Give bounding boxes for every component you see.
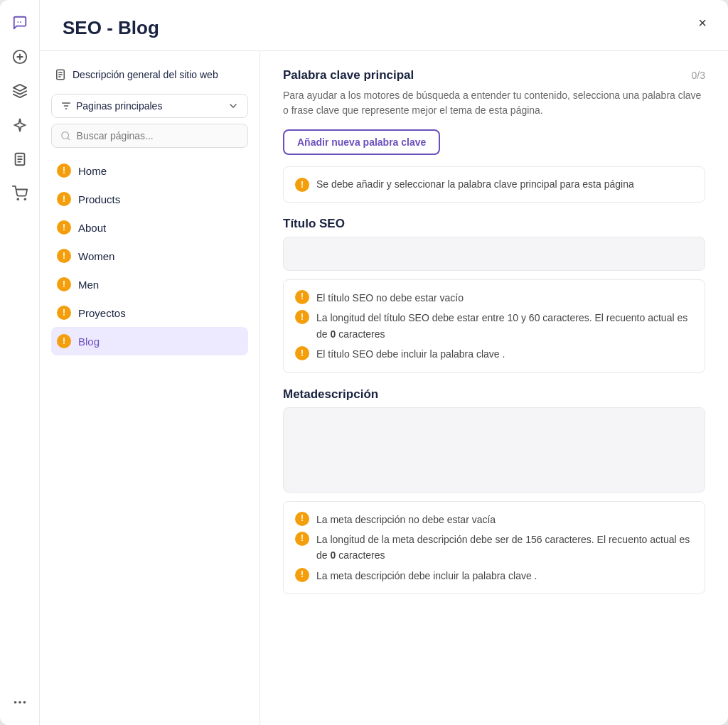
page-label-blog: Blog [78, 335, 100, 348]
seo-title-header: Título SEO [283, 217, 705, 231]
warning-dot-blog: ! [57, 334, 71, 348]
icon-bar [0, 0, 40, 725]
page-label-women: Women [78, 250, 114, 262]
keyword-description: Para ayudar a los motores de búsqueda a … [283, 88, 705, 118]
keyword-section-title: Palabra clave principal [283, 68, 414, 82]
main-area: SEO - Blog Descripción general del sitio… [40, 0, 728, 725]
app-window: × [0, 0, 728, 725]
seo-warning-row-2: ! La longitud del título SEO debe estar … [295, 310, 693, 342]
warning-dot-about: ! [57, 220, 71, 235]
page-label-men: Men [78, 279, 99, 291]
meta-warning-icon-1: ! [295, 512, 309, 526]
svg-point-14 [23, 701, 26, 704]
more-icon[interactable] [6, 688, 34, 716]
seo-warning-text-3: El título SEO debe incluir la palabra cl… [316, 346, 505, 362]
meta-desc-label: Metadescripción [283, 387, 378, 402]
page-list: ! Home ! Products ! About ! Women [51, 156, 248, 355]
svg-marker-5 [13, 85, 26, 91]
page-header: SEO - Blog [40, 0, 728, 51]
layers-icon[interactable] [6, 77, 34, 105]
add-icon[interactable] [6, 43, 34, 71]
warning-dot-women: ! [57, 249, 71, 263]
clipboard-icon[interactable] [6, 145, 34, 173]
svg-point-1 [20, 21, 21, 23]
keyword-warning-text: Se debe añadir y seleccionar la palabra … [316, 177, 634, 192]
meta-warning-text-3: La meta descripción debe incluir la pala… [316, 568, 537, 584]
svg-point-10 [17, 198, 18, 200]
svg-point-0 [17, 21, 18, 23]
seo-title-label: Título SEO [283, 217, 345, 231]
page-item-products[interactable]: ! Products [51, 185, 248, 213]
add-keyword-button[interactable]: Añadir nueva palabra clave [283, 129, 440, 155]
seo-warning-icon-1: ! [295, 290, 309, 304]
page-label-about: About [78, 222, 106, 234]
keyword-section-header: Palabra clave principal 0/3 [283, 68, 705, 82]
page-item-men[interactable]: ! Men [51, 270, 248, 299]
document-icon [54, 68, 67, 81]
close-button[interactable]: × [691, 11, 714, 34]
meta-warning-row-2: ! La longitud de la meta descripción deb… [295, 532, 693, 564]
page-title: SEO - Blog [63, 17, 705, 39]
filter-label: Paginas principales [76, 100, 162, 112]
svg-point-11 [24, 198, 26, 200]
seo-title-section: Título SEO ! El título SEO no debe estar… [283, 217, 705, 373]
sidebar-panel: Descripción general del sitio web Pagina… [40, 51, 260, 725]
seo-warning-row-3: ! El título SEO debe incluir la palabra … [295, 346, 693, 362]
chevron-down-icon [228, 100, 239, 112]
page-item-women[interactable]: ! Women [51, 242, 248, 270]
seo-title-warnings: ! El título SEO no debe estar vacío ! La… [283, 279, 705, 373]
seo-warning-text-2: La longitud del título SEO debe estar en… [316, 310, 693, 342]
svg-point-12 [14, 701, 16, 704]
meta-warning-row-1: ! La meta descripción no debe estar vací… [295, 512, 693, 527]
meta-warning-text-1: La meta descripción no debe estar vacía [316, 512, 496, 527]
meta-warning-row-3: ! La meta descripción debe incluir la pa… [295, 568, 693, 584]
warning-dot-proyectos: ! [57, 306, 71, 320]
svg-line-23 [68, 138, 70, 140]
seo-warning-icon-3: ! [295, 346, 309, 360]
meta-desc-textarea[interactable] [283, 407, 705, 493]
chat-icon[interactable] [6, 9, 34, 37]
right-panel: Palabra clave principal 0/3 Para ayudar … [260, 51, 728, 725]
page-label-products: Products [78, 193, 120, 205]
page-item-proyectos[interactable]: ! Proyectos [51, 299, 248, 327]
content-area: Descripción general del sitio web Pagina… [40, 51, 728, 725]
site-description-label: Descripción general del sitio web [73, 69, 218, 80]
search-box [51, 124, 248, 148]
pages-filter-dropdown[interactable]: Paginas principales [51, 94, 248, 118]
search-input[interactable] [77, 130, 239, 141]
page-label-home: Home [78, 165, 107, 177]
cart-icon[interactable] [6, 179, 34, 208]
filter-icon [60, 100, 72, 112]
search-icon [60, 130, 71, 141]
seo-warning-row-1: ! El título SEO no debe estar vacío [295, 290, 693, 306]
keyword-section: Palabra clave principal 0/3 Para ayudar … [283, 68, 705, 203]
meta-warning-icon-2: ! [295, 532, 309, 546]
sparkle-icon[interactable] [6, 111, 34, 139]
keyword-warning-icon: ! [295, 178, 309, 192]
page-item-home[interactable]: ! Home [51, 156, 248, 185]
seo-warning-text-1: El título SEO no debe estar vacío [316, 290, 464, 306]
keyword-warning-box: ! Se debe añadir y seleccionar la palabr… [283, 166, 705, 203]
warning-dot-products: ! [57, 192, 71, 206]
svg-point-13 [18, 701, 21, 704]
seo-title-input[interactable] [283, 237, 705, 271]
filter-label-group: Paginas principales [60, 100, 162, 112]
meta-warning-text-2: La longitud de la meta descripción debe … [316, 532, 693, 564]
seo-warning-icon-2: ! [295, 310, 309, 324]
page-label-proyectos: Proyectos [78, 307, 126, 319]
meta-desc-warnings: ! La meta descripción no debe estar vací… [283, 501, 705, 595]
page-item-blog[interactable]: ! Blog [51, 327, 248, 355]
warning-dot-men: ! [57, 277, 71, 291]
meta-description-section: Metadescripción ! La meta descripción no… [283, 387, 705, 595]
site-description-link[interactable]: Descripción general del sitio web [51, 63, 248, 87]
meta-warning-icon-3: ! [295, 568, 309, 582]
keyword-count: 0/3 [692, 70, 705, 81]
page-item-about[interactable]: ! About [51, 213, 248, 242]
meta-desc-header: Metadescripción [283, 387, 705, 402]
warning-dot-home: ! [57, 163, 71, 178]
